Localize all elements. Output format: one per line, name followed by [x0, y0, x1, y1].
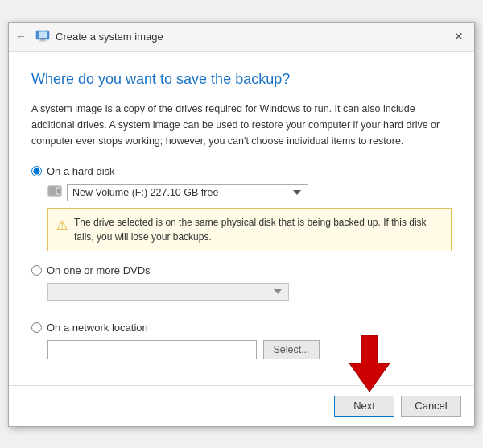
network-radio-label[interactable]: On a network location — [31, 321, 452, 334]
warning-box: ⚠ The drive selected is on the same phys… — [47, 208, 452, 251]
title-bar-left: ← Create a system image — [15, 28, 450, 44]
svg-rect-5 — [49, 187, 56, 195]
hard-disk-label: On a hard disk — [47, 165, 115, 177]
disk-icon — [47, 185, 62, 199]
next-button[interactable]: Next — [334, 396, 394, 417]
cancel-button[interactable]: Cancel — [401, 396, 461, 417]
dvd-dropdown — [47, 283, 289, 301]
warning-icon: ⚠ — [56, 216, 68, 235]
network-radio[interactable] — [31, 322, 42, 333]
svg-point-7 — [58, 190, 60, 192]
svg-rect-2 — [40, 39, 45, 41]
window-title: Create a system image — [56, 31, 163, 43]
arrow-indicator — [345, 335, 394, 392]
title-bar: ← Create a system image ✕ — [9, 23, 474, 52]
hard-disk-dropdown[interactable]: New Volume (F:) 227.10 GB free — [67, 184, 308, 201]
page-title: Where do you want to save the backup? — [31, 71, 452, 88]
hard-disk-radio-label[interactable]: On a hard disk — [31, 165, 452, 177]
dvd-option-group: On one or more DVDs — [31, 264, 452, 301]
dvd-dropdown-row — [47, 283, 452, 301]
arrow-hint — [345, 335, 394, 394]
network-label: On a network location — [47, 321, 148, 334]
back-button[interactable]: ← — [15, 30, 27, 43]
dvd-radio[interactable] — [31, 265, 42, 276]
hard-disk-dropdown-row: New Volume (F:) 227.10 GB free — [47, 184, 452, 201]
hard-disk-radio[interactable] — [31, 166, 42, 176]
network-input[interactable] — [47, 340, 257, 359]
window-icon — [35, 28, 51, 44]
svg-marker-8 — [349, 335, 390, 392]
description-text: A system image is a copy of the drives r… — [31, 101, 452, 149]
close-button[interactable]: ✕ — [450, 27, 468, 45]
footer: Next Cancel — [9, 385, 474, 426]
content-area: Where do you want to save the backup? A … — [9, 52, 474, 385]
select-button[interactable]: Select... — [263, 340, 320, 359]
svg-rect-3 — [39, 41, 47, 42]
svg-rect-1 — [39, 32, 47, 39]
dvd-radio-label[interactable]: On one or more DVDs — [31, 264, 452, 276]
dvd-label: On one or more DVDs — [47, 264, 151, 276]
hard-disk-option-group: On a hard disk New Volume (F:) 227.10 GB… — [31, 165, 452, 251]
main-window: ← Create a system image ✕ Where do you w… — [8, 22, 475, 427]
warning-text: The drive selected is on the same physic… — [74, 215, 443, 244]
